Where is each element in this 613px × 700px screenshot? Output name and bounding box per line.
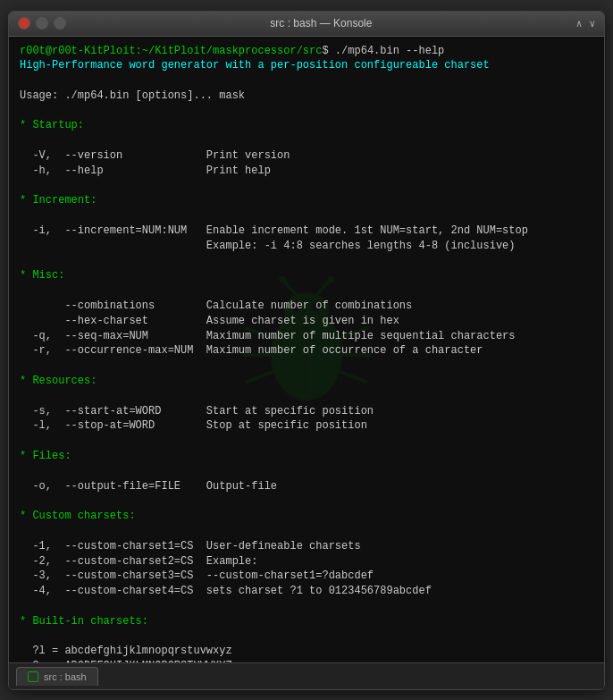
blank7 [20, 283, 593, 299]
option-q: -q, --seq-max=NUM Maximum number of mult… [20, 329, 593, 344]
blank12 [20, 493, 593, 509]
output-header: High-Performance word generator with a p… [20, 58, 593, 73]
blank6 [20, 254, 593, 269]
section-startup: * Startup: [20, 118, 593, 133]
command-line: r00t@r00t-KitPloit:~/KitPloit/maskproces… [20, 44, 593, 59]
option-hex: --hex-charset Assume charset is given in… [20, 314, 593, 329]
titlebar-controls [18, 17, 66, 30]
section-increment: * Increment: [20, 193, 593, 208]
blank3 [20, 133, 593, 148]
builtin1: ?l = abcdefghijklmnopqrstuvwxyz [20, 644, 593, 659]
blank14 [20, 599, 593, 614]
blank13 [20, 524, 593, 539]
blank2 [20, 104, 593, 119]
blank8 [20, 358, 593, 374]
terminal-content: r00t@r00t-KitPloit:~/KitPloit/maskproces… [20, 44, 593, 662]
section-custom: * Custom charsets: [20, 509, 593, 524]
window-title: src : bash — Konsole [66, 17, 576, 30]
option-c3: -3, --custom-charset3=CS --custom-charse… [20, 569, 593, 584]
titlebar-right: ∧ ∨ [576, 18, 595, 30]
active-tab[interactable]: src : bash [16, 667, 98, 686]
option-h: -h, --help Print help [20, 164, 593, 179]
usage-line: Usage: ./mp64.bin [options]... mask [20, 89, 593, 104]
section-builtin: * Built-in charsets: [20, 614, 593, 629]
blank9 [20, 389, 593, 404]
blank5 [20, 208, 593, 223]
option-c1: -1, --custom-charset1=CS User-defineable… [20, 539, 593, 554]
option-i2: Example: -i 4:8 searches lengths 4-8 (in… [20, 239, 593, 254]
option-s: -s, --start-at=WORD Start at specific po… [20, 404, 593, 419]
terminal-body[interactable]: r00t@r00t-KitPloit:~/KitPloit/maskproces… [9, 37, 604, 662]
option-r: -r, --occurrence-max=NUM Maximum number … [20, 343, 593, 358]
prompt: r00t@r00t-KitPloit:~/KitPloit/maskproces… [20, 45, 322, 57]
blank11 [20, 464, 593, 479]
builtin2: ?u = ABCDEFGHIJKLMNOPQRSTUVWXYZ [20, 659, 593, 662]
blank10 [20, 434, 593, 449]
option-i: -i, --increment=NUM:NUM Enable increment… [20, 223, 593, 239]
maximize-button[interactable] [54, 17, 66, 30]
terminal-window: src : bash — Konsole ∧ ∨ [8, 11, 605, 690]
close-button[interactable] [18, 17, 30, 30]
option-v: -V, --version Print version [20, 148, 593, 164]
option-l: -l, --stop-at=WORD Stop at specific posi… [20, 418, 593, 434]
tab-label: src : bash [44, 671, 87, 682]
section-misc: * Misc: [20, 268, 593, 283]
section-files: * Files: [20, 449, 593, 464]
blank4 [20, 179, 593, 194]
titlebar: src : bash — Konsole ∧ ∨ [9, 12, 604, 37]
blank15 [20, 629, 593, 645]
option-c4: -4, --custom-charset4=CS sets charset ?1… [20, 584, 593, 599]
blank1 [20, 73, 593, 89]
command: $ ./mp64.bin --help [322, 45, 444, 57]
option-o: -o, --output-file=FILE Output-file [20, 479, 593, 494]
scroll-down-icon[interactable]: ∨ [589, 18, 595, 30]
terminal-icon [28, 671, 38, 682]
minimize-button[interactable] [36, 17, 48, 30]
option-c2: -2, --custom-charset2=CS Example: [20, 554, 593, 569]
scroll-up-icon[interactable]: ∧ [576, 18, 583, 30]
option-combinations: --combinations Calculate number of combi… [20, 299, 593, 314]
section-resources: * Resources: [20, 374, 593, 389]
tabbar: src : bash [9, 662, 604, 689]
